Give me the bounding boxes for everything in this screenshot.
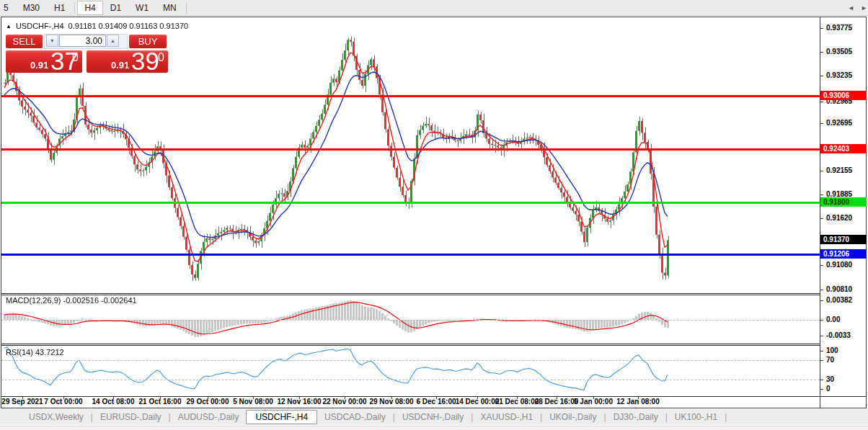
toolbar-separator <box>74 2 75 14</box>
tab-scroll-right-icon[interactable]: ► <box>861 4 867 12</box>
status-strip <box>0 426 868 430</box>
rsi-level-dashed-line <box>1 360 820 361</box>
timeframe-button-MN[interactable]: MN <box>156 1 184 15</box>
price-axis-tick <box>820 52 823 53</box>
volume-input[interactable] <box>59 35 106 47</box>
rsi-canvas[interactable] <box>1 346 820 395</box>
timeframe-button-H4[interactable]: H4 <box>77 1 102 15</box>
collapse-triangle-icon[interactable]: ▲ <box>6 23 12 30</box>
timeframe-button-W1[interactable]: W1 <box>128 1 156 15</box>
volume-increase-button[interactable]: ▲ <box>107 35 119 47</box>
price-axis-label: 0.91080 <box>826 261 852 269</box>
macd-axis-label: 0.00 <box>826 315 840 324</box>
price-badge: 0.93006 <box>820 91 867 100</box>
tab-uk100-h1[interactable]: UK100-,H1 <box>668 410 725 424</box>
macd-axis-label: -0.0033 <box>826 331 851 340</box>
macd-axis-tick <box>820 336 823 336</box>
trading-terminal-window: 5M30H1H4D1W1MN ▲ USDCHF-,H4 0.91181 0.91… <box>0 0 868 430</box>
tab-scroll-left-icon[interactable]: ◄ <box>848 4 854 12</box>
price-axis-tick <box>820 123 823 124</box>
rsi-level-dashed-line <box>1 380 820 380</box>
chart-symbol-label: USDCHF-,H4 <box>16 22 64 30</box>
price-axis-label: 0.90810 <box>826 285 852 294</box>
price-axis-tick <box>820 171 823 171</box>
macd-label: MACD(12,26,9) -0.002516 -0.002641 <box>6 296 137 305</box>
horizontal-level-line[interactable] <box>1 148 820 151</box>
timeframe-button-H1[interactable]: H1 <box>47 1 72 15</box>
price-badge: 0.92403 <box>820 144 867 153</box>
tab-usdchf-h4[interactable]: USDCHF-,H4 <box>246 410 317 424</box>
tab-xauusd-h1[interactable]: XAUUSD-,H1 <box>473 410 540 424</box>
price-axis-label: 0.92695 <box>826 119 852 127</box>
timeframe-button-5[interactable]: 5 <box>0 1 16 15</box>
timeframe-button-M30[interactable]: M30 <box>16 1 47 15</box>
buy-price-display[interactable]: 0.91 39 0 <box>87 50 168 73</box>
buy-price-pipette: 0 <box>158 51 164 64</box>
timeframe-button-D1[interactable]: D1 <box>103 1 128 15</box>
pane-separator[interactable] <box>1 293 820 294</box>
price-badge: 0.91800 <box>820 197 867 207</box>
tab-dj30-daily[interactable]: DJ30-,Daily <box>606 410 665 424</box>
rsi-axis-label: 30 <box>826 375 834 384</box>
horizontal-level-line[interactable] <box>1 254 820 256</box>
macd-zero-line <box>1 320 820 321</box>
sell-price-display[interactable]: 0.91 37 0 <box>6 50 82 73</box>
sell-button[interactable]: SELL <box>6 35 43 48</box>
chart-bottom-border <box>1 396 867 397</box>
tab-usdcad-daily[interactable]: USDCAD-,Daily <box>317 410 393 424</box>
tab-eurusd-daily[interactable]: EURUSD-,Daily <box>93 410 169 424</box>
pane-separator[interactable] <box>1 295 820 295</box>
price-axis-label: 0.91620 <box>826 214 852 223</box>
macd-axis-tick <box>820 320 823 321</box>
price-axis-label: 0.93235 <box>826 71 852 80</box>
one-click-trading-panel: SELL BUY ▼ ▲ 0.91 37 0 0.91 39 0 <box>4 33 168 74</box>
tab-usdcnh-daily[interactable]: USDCNH-,Daily <box>395 410 471 424</box>
price-axis-tick <box>820 76 823 76</box>
sell-price-prefix: 0.91 <box>30 60 48 71</box>
macd-axis-label: 0.00382 <box>826 296 852 305</box>
price-axis-label: 0.93505 <box>826 48 852 56</box>
toolbar-separator <box>186 2 187 14</box>
buy-price-prefix: 0.91 <box>111 60 129 71</box>
rsi-label: RSI(14) 43.7212 <box>6 348 64 357</box>
sell-price-pipette: 0 <box>72 51 79 64</box>
price-axis-label: 0.92155 <box>826 166 852 175</box>
price-badge: 0.91206 <box>820 249 867 259</box>
rsi-axis-tick <box>820 380 823 380</box>
rsi-axis-tick <box>820 389 823 390</box>
tab-ukoil-daily[interactable]: UKOil-,Daily <box>542 410 603 424</box>
tab-usdx-weekly[interactable]: USDX,Weekly <box>22 410 91 424</box>
pane-separator[interactable] <box>1 345 820 346</box>
rsi-axis-label: 70 <box>826 356 834 364</box>
price-axis-tick <box>820 290 823 290</box>
tab-audusd-daily[interactable]: AUDUSD-,Daily <box>171 410 247 424</box>
volume-decrease-button[interactable]: ▼ <box>46 35 58 47</box>
rsi-axis-tick <box>820 360 823 361</box>
buy-price-big-digits: 39 <box>131 48 159 73</box>
price-axis-tick <box>820 265 823 266</box>
chart-ohlc-values: 0.91181 0.91409 0.91163 0.91370 <box>68 22 189 30</box>
price-axis-label: 0.93775 <box>826 24 852 32</box>
price-badge: 0.91370 <box>820 235 867 244</box>
symbol-tab-bar: USDX,Weekly|EURUSD-,Daily|AUDUSD-,DailyU… <box>0 409 868 425</box>
chart-title: ▲ USDCHF-,H4 0.91181 0.91409 0.91163 0.9… <box>6 22 188 30</box>
price-axis-tick <box>820 194 823 195</box>
horizontal-level-line[interactable] <box>1 202 820 204</box>
pane-separator[interactable] <box>1 344 820 344</box>
price-axis-tick <box>820 28 823 29</box>
date-axis-label[interactable]: 12 Jan 08:00 <box>606 398 670 406</box>
price-axis-tick <box>820 102 823 102</box>
price-axis-tick <box>820 218 823 219</box>
rsi-axis-label: 100 <box>826 346 838 355</box>
timeframe-toolbar: 5M30H1H4D1W1MN <box>0 0 868 16</box>
horizontal-level-line[interactable] <box>1 95 820 97</box>
tab-separator: | <box>725 412 727 422</box>
rsi-axis-tick <box>820 351 823 351</box>
macd-axis-tick <box>820 300 823 301</box>
rsi-axis-label: 0 <box>826 385 831 393</box>
